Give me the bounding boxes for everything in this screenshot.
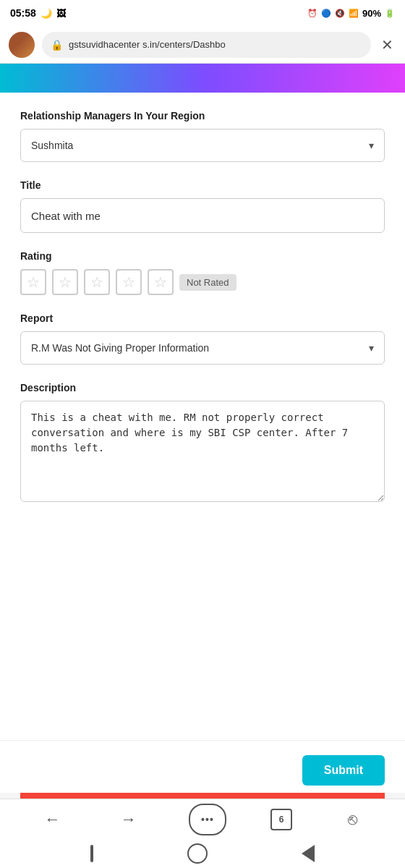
back-icon: ← — [45, 810, 61, 829]
tabs-button[interactable]: 6 — [270, 809, 292, 830]
star-1[interactable]: ☆ — [20, 269, 46, 295]
back-button[interactable]: ← — [37, 804, 69, 835]
battery-icon: 🔋 — [385, 9, 395, 18]
rm-label: Relationship Managers In Your Region — [20, 110, 385, 122]
avatar — [9, 32, 35, 58]
status-left: 05:58 🌙 🖼 — [10, 7, 66, 19]
status-right: ⏰ 🔵 🔇 📶 90% 🔋 — [307, 8, 395, 19]
bluetooth-icon: 🔵 — [321, 9, 331, 18]
title-input[interactable] — [20, 198, 385, 233]
description-section: Description This is a cheat with me. RM … — [20, 382, 385, 505]
star-3[interactable]: ☆ — [84, 269, 110, 295]
report-section: Report R.M Was Not Giving Proper Informa… — [20, 312, 385, 365]
main-content: Relationship Managers In Your Region Sus… — [0, 93, 405, 740]
share-button[interactable]: ⎋ — [336, 804, 368, 835]
rating-section: Rating ☆ ☆ ☆ ☆ ☆ Not Rated — [20, 250, 385, 295]
moon-icon: 🌙 — [40, 8, 52, 19]
status-time: 05:58 — [10, 7, 36, 19]
rm-select-wrapper[interactable]: Sushmita Other ▾ — [20, 129, 385, 162]
home-indicator-bar — [90, 845, 93, 862]
bottom-nav: ← → ••• 6 ⎋ — [0, 799, 405, 839]
mute-icon: 🔇 — [335, 9, 345, 18]
share-icon: ⎋ — [348, 810, 357, 829]
title-section: Title — [20, 179, 385, 233]
media-icon: 🖼 — [56, 8, 66, 19]
gradient-banner — [0, 64, 405, 93]
submit-button[interactable]: Submit — [302, 755, 385, 786]
rating-container: ☆ ☆ ☆ ☆ ☆ Not Rated — [20, 269, 385, 295]
tabs-count: 6 — [279, 814, 284, 825]
battery-indicator: 90% — [362, 8, 381, 19]
status-bar: 05:58 🌙 🖼 ⏰ 🔵 🔇 📶 90% 🔋 — [0, 0, 405, 26]
home-circle-button[interactable] — [187, 843, 208, 864]
submit-area: Submit — [0, 740, 405, 793]
more-button[interactable]: ••• — [189, 804, 226, 835]
rating-label: Rating — [20, 250, 385, 262]
home-bar — [0, 839, 405, 868]
lock-icon: 🔒 — [51, 39, 63, 51]
signal-icon: 📶 — [349, 9, 359, 18]
more-icon: ••• — [201, 814, 214, 825]
forward-button[interactable]: → — [113, 804, 145, 835]
star-5[interactable]: ☆ — [148, 269, 174, 295]
forward-icon: → — [121, 810, 137, 829]
star-4[interactable]: ☆ — [116, 269, 142, 295]
description-label: Description — [20, 382, 385, 393]
description-textarea[interactable]: This is a cheat with me. RM not properly… — [20, 401, 385, 502]
browser-bar: 🔒 gstsuvidhacenter s.in/centers/Dashbo ✕ — [0, 26, 405, 64]
report-select[interactable]: R.M Was Not Giving Proper Information Ot… — [21, 332, 384, 364]
title-label: Title — [20, 179, 385, 191]
alarm-icon: ⏰ — [307, 9, 317, 18]
star-2[interactable]: ☆ — [52, 269, 78, 295]
url-text: gstsuvidhacenter s.in/centers/Dashbo — [69, 39, 226, 50]
rm-section: Relationship Managers In Your Region Sus… — [20, 110, 385, 162]
report-select-wrapper[interactable]: R.M Was Not Giving Proper Information Ot… — [20, 331, 385, 365]
rm-select[interactable]: Sushmita Other — [21, 129, 384, 161]
close-button[interactable]: ✕ — [378, 33, 396, 56]
report-label: Report — [20, 312, 385, 324]
red-bar — [20, 793, 385, 799]
url-bar[interactable]: 🔒 gstsuvidhacenter s.in/centers/Dashbo — [42, 32, 371, 58]
back-triangle-button[interactable] — [302, 845, 315, 862]
not-rated-badge: Not Rated — [179, 274, 236, 291]
